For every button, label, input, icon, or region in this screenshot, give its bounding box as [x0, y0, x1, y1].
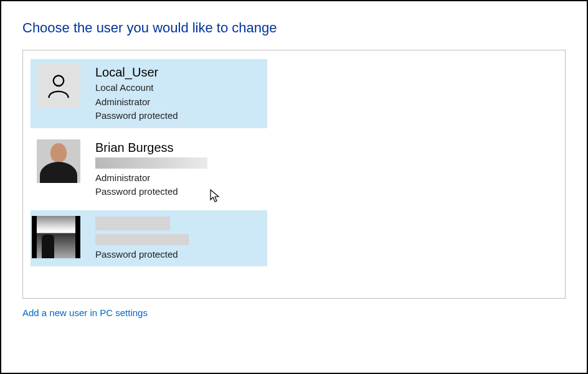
- user-name: Local_User: [95, 65, 261, 80]
- user-info: Local_User Local Account Administrator P…: [95, 64, 261, 123]
- user-detail-line: Administrator: [95, 171, 261, 185]
- redacted-email: [95, 157, 207, 169]
- avatar-photo: [32, 216, 80, 258]
- user-detail-line: Password protected: [95, 248, 261, 262]
- redacted-line: [95, 234, 189, 245]
- person-icon: [37, 64, 80, 108]
- user-card-redacted[interactable]: Password protected: [31, 210, 267, 267]
- user-detail-line: Password protected: [95, 109, 261, 123]
- avatar: [37, 215, 80, 259]
- user-detail-line: Administrator: [95, 95, 261, 110]
- user-list-panel: Local_User Local Account Administrator P…: [22, 50, 566, 299]
- user-card-brian-burgess[interactable]: Brian Burgess Administrator Password pro…: [31, 134, 267, 204]
- user-card-local-user[interactable]: Local_User Local Account Administrator P…: [31, 59, 267, 128]
- svg-point-0: [54, 76, 64, 86]
- user-info: Brian Burgess Administrator Password pro…: [95, 139, 261, 199]
- page-title: Choose the user you would like to change: [22, 20, 566, 36]
- user-name: Brian Burgess: [95, 141, 261, 155]
- user-detail-line: Local Account: [95, 81, 261, 95]
- avatar: [37, 64, 80, 108]
- user-info: Password protected: [95, 215, 261, 262]
- avatar: [37, 139, 80, 183]
- redacted-name: [95, 217, 170, 230]
- add-user-link[interactable]: Add a new user in PC settings: [22, 307, 148, 318]
- user-detail-line: Password protected: [95, 185, 261, 199]
- avatar-photo: [37, 139, 80, 183]
